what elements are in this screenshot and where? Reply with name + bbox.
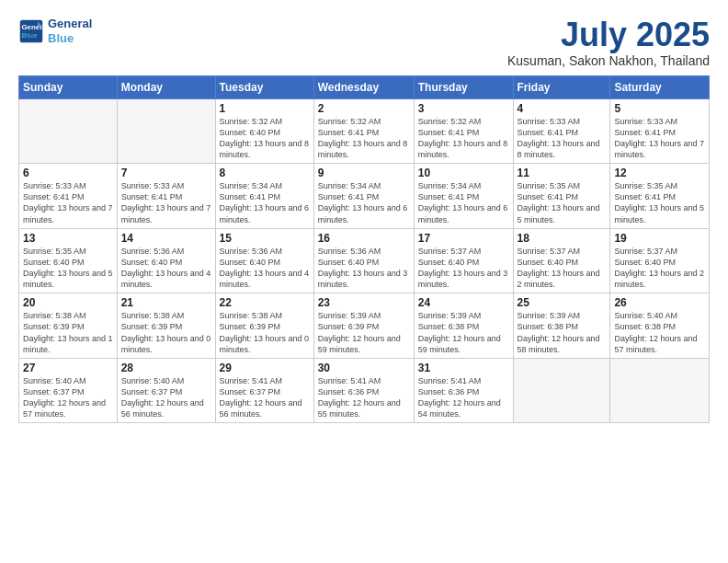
- week-row-2: 6Sunrise: 5:33 AMSunset: 6:41 PMDaylight…: [19, 164, 710, 229]
- calendar-header: SundayMondayTuesdayWednesdayThursdayFrid…: [19, 75, 710, 98]
- day-number: 2: [318, 102, 410, 115]
- calendar-cell: 19Sunrise: 5:37 AMSunset: 6:40 PMDayligh…: [610, 228, 710, 293]
- calendar-cell: 9Sunrise: 5:34 AMSunset: 6:41 PMDaylight…: [313, 164, 414, 229]
- calendar-cell: 2Sunrise: 5:32 AMSunset: 6:41 PMDaylight…: [313, 98, 414, 164]
- day-info: Sunrise: 5:36 AMSunset: 6:40 PMDaylight:…: [220, 246, 310, 291]
- day-info: Sunrise: 5:36 AMSunset: 6:40 PMDaylight:…: [121, 246, 211, 291]
- calendar-cell: 5Sunrise: 5:33 AMSunset: 6:41 PMDaylight…: [610, 98, 710, 164]
- day-info: Sunrise: 5:36 AMSunset: 6:40 PMDaylight:…: [318, 246, 410, 291]
- day-number: 17: [418, 232, 509, 245]
- day-info: Sunrise: 5:38 AMSunset: 6:39 PMDaylight:…: [121, 310, 211, 355]
- day-number: 20: [23, 296, 113, 309]
- header: General Blue General Blue July 2025 Kusu…: [18, 17, 710, 68]
- day-info: Sunrise: 5:41 AMSunset: 6:37 PMDaylight:…: [220, 375, 310, 420]
- svg-text:General: General: [22, 23, 45, 31]
- day-info: Sunrise: 5:33 AMSunset: 6:41 PMDaylight:…: [121, 180, 211, 225]
- day-number: 14: [121, 232, 211, 245]
- logo-line2: Blue: [48, 31, 92, 46]
- day-info: Sunrise: 5:37 AMSunset: 6:40 PMDaylight:…: [614, 246, 705, 291]
- week-row-3: 13Sunrise: 5:35 AMSunset: 6:40 PMDayligh…: [19, 228, 710, 293]
- weekday-monday: Monday: [117, 75, 215, 98]
- calendar-cell: 15Sunrise: 5:36 AMSunset: 6:40 PMDayligh…: [215, 228, 313, 293]
- day-number: 11: [518, 167, 607, 179]
- day-info: Sunrise: 5:39 AMSunset: 6:39 PMDaylight:…: [318, 310, 410, 355]
- day-number: 15: [220, 232, 310, 245]
- day-info: Sunrise: 5:34 AMSunset: 6:41 PMDaylight:…: [418, 180, 509, 225]
- calendar-cell: 1Sunrise: 5:32 AMSunset: 6:40 PMDaylight…: [215, 98, 313, 164]
- day-number: 22: [220, 296, 310, 309]
- calendar-cell: 26Sunrise: 5:40 AMSunset: 6:38 PMDayligh…: [610, 293, 710, 359]
- day-number: 21: [121, 296, 211, 309]
- calendar-cell: 8Sunrise: 5:34 AMSunset: 6:41 PMDaylight…: [215, 164, 313, 229]
- calendar-cell: [19, 98, 118, 164]
- calendar-cell: 3Sunrise: 5:32 AMSunset: 6:41 PMDaylight…: [414, 98, 513, 164]
- day-number: 19: [614, 232, 705, 245]
- day-info: Sunrise: 5:38 AMSunset: 6:39 PMDaylight:…: [220, 310, 310, 355]
- calendar-cell: 20Sunrise: 5:38 AMSunset: 6:39 PMDayligh…: [19, 293, 118, 359]
- day-info: Sunrise: 5:40 AMSunset: 6:37 PMDaylight:…: [121, 375, 211, 420]
- day-number: 25: [518, 296, 607, 309]
- page: General Blue General Blue July 2025 Kusu…: [0, 0, 728, 563]
- calendar-cell: 7Sunrise: 5:33 AMSunset: 6:41 PMDaylight…: [117, 164, 215, 229]
- day-number: 4: [518, 102, 607, 115]
- day-info: Sunrise: 5:39 AMSunset: 6:38 PMDaylight:…: [418, 310, 509, 355]
- subtitle: Kusuman, Sakon Nakhon, Thailand: [507, 53, 710, 68]
- day-number: 12: [614, 167, 705, 179]
- weekday-header-row: SundayMondayTuesdayWednesdayThursdayFrid…: [19, 75, 710, 98]
- day-info: Sunrise: 5:33 AMSunset: 6:41 PMDaylight:…: [518, 116, 607, 161]
- calendar-cell: 28Sunrise: 5:40 AMSunset: 6:37 PMDayligh…: [117, 358, 215, 423]
- svg-text:Blue: Blue: [22, 31, 39, 40]
- day-info: Sunrise: 5:35 AMSunset: 6:40 PMDaylight:…: [23, 246, 113, 291]
- day-number: 13: [23, 232, 113, 245]
- title-block: July 2025 Kusuman, Sakon Nakhon, Thailan…: [507, 17, 710, 68]
- logo-text-block: General Blue: [48, 17, 92, 45]
- day-number: 30: [318, 362, 410, 374]
- day-info: Sunrise: 5:39 AMSunset: 6:38 PMDaylight:…: [518, 310, 607, 355]
- weekday-wednesday: Wednesday: [313, 75, 414, 98]
- week-row-4: 20Sunrise: 5:38 AMSunset: 6:39 PMDayligh…: [19, 293, 710, 359]
- main-title: July 2025: [507, 17, 710, 53]
- calendar-table: SundayMondayTuesdayWednesdayThursdayFrid…: [18, 75, 710, 424]
- day-number: 24: [418, 296, 509, 309]
- day-info: Sunrise: 5:32 AMSunset: 6:41 PMDaylight:…: [318, 116, 410, 161]
- calendar-cell: [513, 358, 610, 423]
- week-row-1: 1Sunrise: 5:32 AMSunset: 6:40 PMDaylight…: [19, 98, 710, 164]
- day-info: Sunrise: 5:40 AMSunset: 6:37 PMDaylight:…: [23, 375, 113, 420]
- day-info: Sunrise: 5:34 AMSunset: 6:41 PMDaylight:…: [220, 180, 310, 225]
- calendar-cell: 30Sunrise: 5:41 AMSunset: 6:36 PMDayligh…: [313, 358, 414, 423]
- day-info: Sunrise: 5:32 AMSunset: 6:40 PMDaylight:…: [220, 116, 310, 161]
- calendar-cell: 29Sunrise: 5:41 AMSunset: 6:37 PMDayligh…: [215, 358, 313, 423]
- calendar-cell: 4Sunrise: 5:33 AMSunset: 6:41 PMDaylight…: [513, 98, 610, 164]
- day-info: Sunrise: 5:35 AMSunset: 6:41 PMDaylight:…: [614, 180, 705, 225]
- day-number: 1: [220, 102, 310, 115]
- calendar-cell: 6Sunrise: 5:33 AMSunset: 6:41 PMDaylight…: [19, 164, 118, 229]
- day-info: Sunrise: 5:40 AMSunset: 6:38 PMDaylight:…: [614, 310, 705, 355]
- calendar-cell: 24Sunrise: 5:39 AMSunset: 6:38 PMDayligh…: [414, 293, 513, 359]
- calendar-cell: 18Sunrise: 5:37 AMSunset: 6:40 PMDayligh…: [513, 228, 610, 293]
- calendar-cell: 21Sunrise: 5:38 AMSunset: 6:39 PMDayligh…: [117, 293, 215, 359]
- calendar-cell: 27Sunrise: 5:40 AMSunset: 6:37 PMDayligh…: [19, 358, 118, 423]
- calendar-cell: [610, 358, 710, 423]
- calendar-cell: 12Sunrise: 5:35 AMSunset: 6:41 PMDayligh…: [610, 164, 710, 229]
- week-row-5: 27Sunrise: 5:40 AMSunset: 6:37 PMDayligh…: [19, 358, 710, 423]
- day-info: Sunrise: 5:37 AMSunset: 6:40 PMDaylight:…: [418, 246, 509, 291]
- weekday-sunday: Sunday: [19, 75, 118, 98]
- day-info: Sunrise: 5:41 AMSunset: 6:36 PMDaylight:…: [318, 375, 410, 420]
- day-info: Sunrise: 5:35 AMSunset: 6:41 PMDaylight:…: [518, 180, 607, 225]
- day-number: 28: [121, 362, 211, 374]
- logo-line1: General: [48, 17, 92, 31]
- calendar-cell: 11Sunrise: 5:35 AMSunset: 6:41 PMDayligh…: [513, 164, 610, 229]
- calendar-cell: [117, 98, 215, 164]
- calendar-cell: 31Sunrise: 5:41 AMSunset: 6:36 PMDayligh…: [414, 358, 513, 423]
- calendar-cell: 16Sunrise: 5:36 AMSunset: 6:40 PMDayligh…: [313, 228, 414, 293]
- day-number: 10: [418, 167, 509, 179]
- logo: General Blue General Blue: [18, 17, 92, 45]
- calendar-cell: 14Sunrise: 5:36 AMSunset: 6:40 PMDayligh…: [117, 228, 215, 293]
- day-info: Sunrise: 5:34 AMSunset: 6:41 PMDaylight:…: [318, 180, 410, 225]
- day-number: 31: [418, 362, 509, 374]
- weekday-tuesday: Tuesday: [215, 75, 313, 98]
- day-number: 18: [518, 232, 607, 245]
- calendar-cell: 23Sunrise: 5:39 AMSunset: 6:39 PMDayligh…: [313, 293, 414, 359]
- day-info: Sunrise: 5:37 AMSunset: 6:40 PMDaylight:…: [518, 246, 607, 291]
- day-number: 29: [220, 362, 310, 374]
